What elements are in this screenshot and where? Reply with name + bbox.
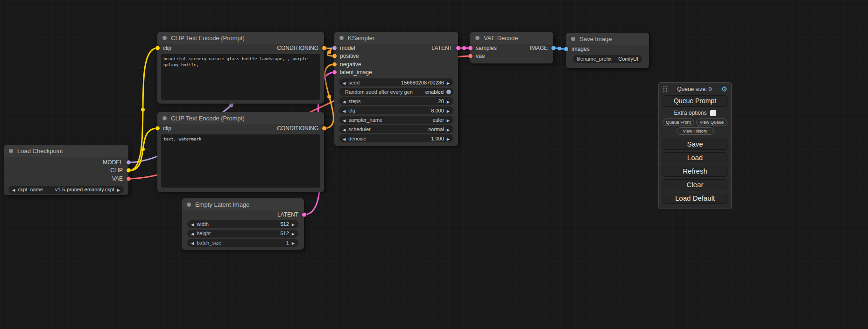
node-collapse-dot-icon[interactable] xyxy=(187,203,191,207)
clear-button[interactable]: Clear xyxy=(663,179,727,190)
decrement-arrow-icon[interactable] xyxy=(191,221,194,227)
clip-output-port[interactable] xyxy=(127,168,131,173)
clip-input-port[interactable] xyxy=(155,46,160,50)
height-widget[interactable]: height 512 xyxy=(187,230,298,238)
latent-output-port[interactable] xyxy=(302,212,306,217)
wire-midpoint-dot xyxy=(327,95,331,98)
latent-output-port[interactable] xyxy=(456,46,460,50)
wire-midpoint-dot xyxy=(557,47,561,50)
node-collapse-dot-icon[interactable] xyxy=(162,116,167,120)
input-label-images: images xyxy=(572,46,590,52)
node-title-bar[interactable]: Save Image xyxy=(566,33,649,45)
increment-arrow-icon[interactable] xyxy=(292,231,295,236)
decrement-arrow-icon[interactable] xyxy=(191,231,194,236)
prev-value-arrow-icon[interactable] xyxy=(343,117,346,123)
node-clip-text-encode-negative[interactable]: CLIP Text Encode (Prompt) clip CONDITION… xyxy=(157,112,324,192)
node-title-bar[interactable]: CLIP Text Encode (Prompt) xyxy=(157,112,324,124)
comfy-menu-panel[interactable]: Queue size: 0 Queue Prompt Extra options… xyxy=(658,82,732,209)
widget-value: 1 xyxy=(286,240,289,245)
node-clip-text-encode-positive[interactable]: CLIP Text Encode (Prompt) clip CONDITION… xyxy=(157,32,324,104)
node-collapse-dot-icon[interactable] xyxy=(9,149,13,153)
decrement-arrow-icon[interactable] xyxy=(343,136,346,141)
batch-size-widget[interactable]: batch_size 1 xyxy=(187,239,298,247)
negative-input-port[interactable] xyxy=(332,62,337,66)
cfg-widget[interactable]: cfg 8.000 xyxy=(339,106,453,114)
node-title-bar[interactable]: KSampler xyxy=(334,32,458,44)
node-collapse-dot-icon[interactable] xyxy=(475,36,480,40)
node-graph-canvas[interactable]: Load Checkpoint MODEL CLIP VAE ckpt_name… xyxy=(0,0,868,329)
image-output-port[interactable] xyxy=(551,46,556,50)
load-button[interactable]: Load xyxy=(663,152,727,163)
seed-widget[interactable]: seed 156680208700286 xyxy=(339,78,453,86)
drag-handle-icon[interactable] xyxy=(663,85,668,92)
ckpt-name-widget[interactable]: ckpt_name v1-5-pruned-emaonly.ckpt xyxy=(8,186,124,194)
widget-value: v1-5-pruned-emaonly.ckpt xyxy=(55,187,114,192)
next-value-arrow-icon[interactable] xyxy=(447,117,450,123)
load-default-button[interactable]: Load Default xyxy=(663,193,727,204)
increment-arrow-icon[interactable] xyxy=(447,98,450,104)
view-history-button[interactable]: View History xyxy=(677,127,714,135)
negative-prompt-text-input[interactable]: text, watermark xyxy=(161,134,320,188)
node-load-checkpoint[interactable]: Load Checkpoint MODEL CLIP VAE ckpt_name… xyxy=(4,145,128,195)
clip-input-port[interactable] xyxy=(155,126,160,130)
input-row-negative: negative xyxy=(334,60,458,69)
sampler-name-widget[interactable]: sampler_name euler xyxy=(339,116,453,124)
queue-prompt-button[interactable]: Queue Prompt xyxy=(663,95,727,107)
node-title: VAE Decode xyxy=(484,35,518,42)
queue-front-button[interactable]: Queue Front xyxy=(663,119,694,126)
next-value-arrow-icon[interactable] xyxy=(447,126,450,132)
next-value-arrow-icon[interactable] xyxy=(117,187,120,192)
node-collapse-dot-icon[interactable] xyxy=(571,37,575,41)
decrement-arrow-icon[interactable] xyxy=(343,108,346,113)
input-label-samples: samples xyxy=(476,45,497,51)
prev-value-arrow-icon[interactable] xyxy=(343,126,346,132)
increment-arrow-icon[interactable] xyxy=(292,240,295,245)
node-ksampler[interactable]: KSampler model LATENT positive negative … xyxy=(334,32,458,146)
refresh-button[interactable]: Refresh xyxy=(663,166,727,177)
extra-options-checkbox[interactable] xyxy=(710,110,716,116)
toggle-knob-icon[interactable] xyxy=(446,90,451,94)
vae-output-port[interactable] xyxy=(127,176,131,181)
positive-input-port[interactable] xyxy=(332,54,337,58)
node-collapse-dot-icon[interactable] xyxy=(162,36,167,40)
save-button[interactable]: Save xyxy=(663,139,727,150)
vae-input-port[interactable] xyxy=(468,54,473,58)
node-title-bar[interactable]: Empty Latent Image xyxy=(182,198,304,210)
increment-arrow-icon[interactable] xyxy=(447,108,450,113)
model-input-port[interactable] xyxy=(332,46,337,50)
decrement-arrow-icon[interactable] xyxy=(343,98,346,104)
steps-widget[interactable]: steps 20 xyxy=(339,97,453,105)
decrement-arrow-icon[interactable] xyxy=(191,240,194,245)
input-label-vae: vae xyxy=(476,53,485,59)
increment-arrow-icon[interactable] xyxy=(447,136,450,141)
widget-value: 156680208700286 xyxy=(401,80,444,85)
node-save-image[interactable]: Save Image images filename_prefix ComfyU… xyxy=(566,33,649,68)
width-widget[interactable]: width 512 xyxy=(187,220,298,228)
scheduler-widget[interactable]: scheduler normal xyxy=(339,125,453,133)
decrement-arrow-icon[interactable] xyxy=(343,80,346,85)
increment-arrow-icon[interactable] xyxy=(292,221,295,227)
conditioning-output-port[interactable] xyxy=(322,126,326,130)
positive-prompt-text-input[interactable]: beautiful scenery nature glass bottle la… xyxy=(161,54,320,100)
images-input-port[interactable] xyxy=(564,47,568,51)
filename-prefix-widget[interactable]: filename_prefix ComfyUI xyxy=(573,55,642,63)
node-title-bar[interactable]: CLIP Text Encode (Prompt) xyxy=(157,32,324,44)
node-title-bar[interactable]: VAE Decode xyxy=(470,32,553,44)
model-output-port[interactable] xyxy=(127,160,131,164)
node-title-bar[interactable]: Load Checkpoint xyxy=(4,145,128,157)
latent-image-input-port[interactable] xyxy=(332,70,337,75)
prev-value-arrow-icon[interactable] xyxy=(12,187,15,192)
conditioning-output-port[interactable] xyxy=(322,46,326,50)
denoise-widget[interactable]: denoise 1.000 xyxy=(339,134,453,142)
settings-gear-icon[interactable] xyxy=(721,85,727,92)
view-history-row: View History xyxy=(663,127,727,135)
node-empty-latent-image[interactable]: Empty Latent Image LATENT width 512 heig… xyxy=(182,198,304,250)
widget-label: Random seed after every gen xyxy=(345,89,413,95)
node-collapse-dot-icon[interactable] xyxy=(339,36,344,40)
node-vae-decode[interactable]: VAE Decode samples IMAGE vae xyxy=(470,32,553,63)
samples-input-port[interactable] xyxy=(468,46,473,50)
random-seed-toggle[interactable]: Random seed after every gen enabled xyxy=(339,88,453,96)
view-queue-button[interactable]: View Queue xyxy=(696,119,728,126)
increment-arrow-icon[interactable] xyxy=(447,80,450,85)
output-label-conditioning: CONDITIONING xyxy=(277,125,318,132)
